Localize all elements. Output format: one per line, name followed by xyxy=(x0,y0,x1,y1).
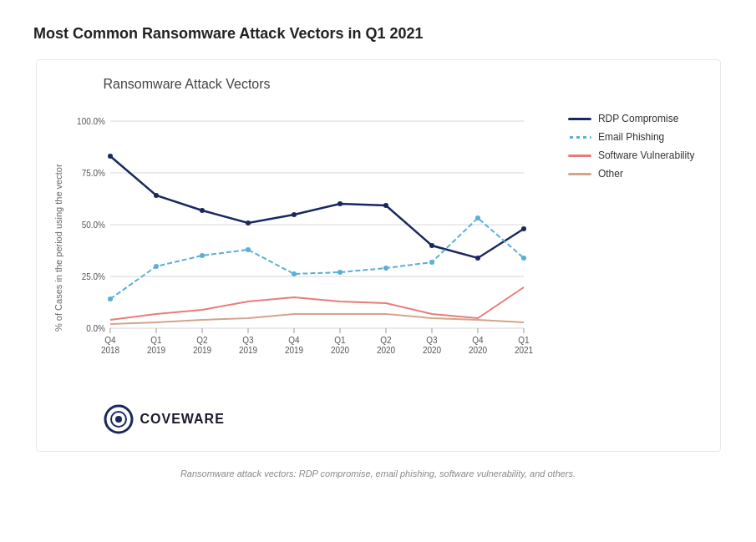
chart-title: Ransomware Attack Vectors xyxy=(104,77,695,92)
legend-label-other: Other xyxy=(598,168,623,180)
svg-text:Q4: Q4 xyxy=(472,336,484,345)
svg-point-14 xyxy=(292,212,297,217)
svg-point-21 xyxy=(154,264,159,269)
svg-text:2019: 2019 xyxy=(146,346,165,355)
legend-item-software: Software Vulnerability xyxy=(568,149,695,161)
svg-text:0.0%: 0.0% xyxy=(86,324,105,333)
svg-point-18 xyxy=(475,256,480,261)
chart-svg-area: 100.0% 75.0% 50.0% 25.0% 0.0% xyxy=(68,104,551,392)
svg-point-62 xyxy=(115,416,122,423)
svg-point-20 xyxy=(108,296,113,301)
svg-point-24 xyxy=(292,271,297,276)
legend-item-email: Email Phishing xyxy=(568,131,695,143)
legend-label-email: Email Phishing xyxy=(598,131,664,143)
svg-point-23 xyxy=(246,247,251,252)
svg-point-10 xyxy=(108,154,113,159)
svg-text:50.0%: 50.0% xyxy=(81,220,104,230)
coveware-logo-text: COVEWARE xyxy=(140,412,225,427)
legend-label-software: Software Vulnerability xyxy=(598,149,695,161)
y-axis-label: % of Cases in the period using the vecto… xyxy=(53,104,63,392)
svg-text:2021: 2021 xyxy=(514,346,533,355)
logo-area: COVEWARE xyxy=(104,404,695,434)
svg-text:2020: 2020 xyxy=(422,346,441,355)
chart-main: 100.0% 75.0% 50.0% 25.0% 0.0% xyxy=(68,104,551,392)
page-title: Most Common Ransomware Attack Vectors in… xyxy=(33,25,723,43)
svg-text:Q1: Q1 xyxy=(150,336,162,345)
legend-label-rdp: RDP Compromise xyxy=(598,113,678,124)
svg-text:Q3: Q3 xyxy=(426,336,438,345)
svg-text:25.0%: 25.0% xyxy=(81,272,104,281)
legend-color-software xyxy=(568,154,591,157)
svg-text:Q1: Q1 xyxy=(518,336,530,345)
svg-text:2019: 2019 xyxy=(238,346,257,355)
svg-point-11 xyxy=(154,193,159,198)
chart-container: Ransomware Attack Vectors % of Cases in … xyxy=(36,59,721,452)
svg-point-26 xyxy=(383,266,388,271)
svg-point-13 xyxy=(246,220,251,225)
svg-text:75.0%: 75.0% xyxy=(81,169,104,178)
chart-svg: 100.0% 75.0% 50.0% 25.0% 0.0% xyxy=(68,104,536,388)
svg-point-27 xyxy=(429,260,434,265)
svg-text:2019: 2019 xyxy=(192,346,211,355)
svg-text:2020: 2020 xyxy=(376,346,395,355)
svg-point-29 xyxy=(521,256,526,261)
svg-point-16 xyxy=(383,203,388,208)
legend-color-rdp xyxy=(568,118,591,120)
svg-point-19 xyxy=(521,226,526,231)
svg-text:100.0%: 100.0% xyxy=(77,117,105,126)
chart-area: % of Cases in the period using the vecto… xyxy=(53,104,695,392)
svg-text:Q1: Q1 xyxy=(334,336,346,345)
svg-point-25 xyxy=(337,270,342,275)
svg-text:2020: 2020 xyxy=(330,346,349,355)
svg-point-28 xyxy=(475,215,480,220)
svg-text:Q4: Q4 xyxy=(288,336,300,345)
svg-text:2020: 2020 xyxy=(468,346,487,355)
svg-text:Q4: Q4 xyxy=(104,336,116,345)
svg-text:2018: 2018 xyxy=(100,346,119,355)
legend-color-email xyxy=(568,136,591,139)
svg-text:2019: 2019 xyxy=(284,346,303,355)
legend-color-other xyxy=(568,173,591,175)
footnote: Ransomware attack vectors: RDP compromis… xyxy=(33,469,723,479)
legend-item-other: Other xyxy=(568,168,695,180)
svg-text:Q2: Q2 xyxy=(380,336,392,345)
coveware-logo-icon xyxy=(104,404,134,434)
svg-text:Q2: Q2 xyxy=(196,336,208,345)
svg-point-17 xyxy=(429,243,434,248)
svg-point-15 xyxy=(337,201,342,206)
legend-item-rdp: RDP Compromise xyxy=(568,113,695,124)
svg-text:Q3: Q3 xyxy=(242,336,254,345)
svg-point-12 xyxy=(200,208,205,213)
svg-point-22 xyxy=(200,253,205,258)
chart-legend: RDP Compromise Email Phishing Software V… xyxy=(568,104,695,392)
